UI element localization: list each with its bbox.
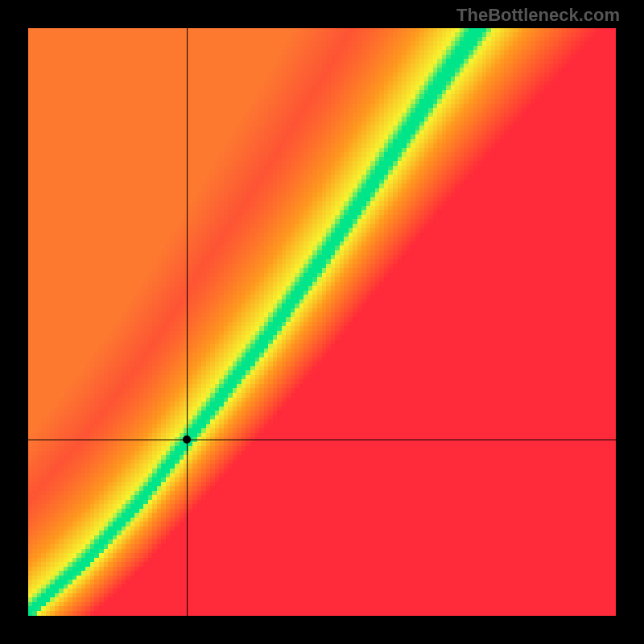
chart-container: TheBottleneck.com [0,0,644,644]
bottleneck-heatmap [28,28,616,616]
watermark-text: TheBottleneck.com [456,5,620,26]
